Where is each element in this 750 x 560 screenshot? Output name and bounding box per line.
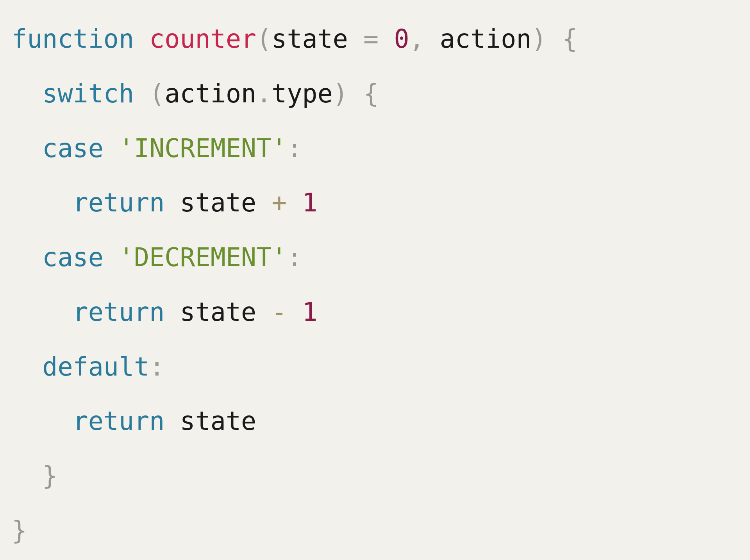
- code-line-1: function counter(state = 0, action) {: [12, 24, 577, 54]
- id-type: type: [271, 79, 333, 108]
- literal-one: 1: [302, 297, 318, 327]
- indent: [12, 461, 42, 490]
- keyword-function: function: [12, 24, 134, 54]
- string-decrement: 'DECREMENT': [119, 243, 287, 272]
- indent: [12, 297, 73, 327]
- brace-close: }: [12, 516, 27, 545]
- code-line-3: case 'INCREMENT':: [12, 134, 302, 163]
- paren-open: (: [256, 24, 271, 54]
- space: [104, 134, 119, 163]
- code-line-5: case 'DECREMENT':: [12, 243, 302, 272]
- keyword-default: default: [42, 352, 149, 381]
- keyword-case: case: [42, 243, 104, 272]
- colon: :: [149, 352, 164, 381]
- param-action: action: [440, 24, 532, 54]
- space: [134, 79, 149, 108]
- code-line-4: return state + 1: [12, 188, 318, 217]
- op-assign: =: [348, 24, 394, 54]
- space: [164, 406, 180, 436]
- param-state: state: [271, 24, 348, 54]
- literal-one: 1: [302, 188, 318, 217]
- colon: :: [287, 243, 302, 272]
- colon: :: [287, 134, 302, 163]
- indent: [12, 243, 42, 272]
- space: [547, 24, 562, 54]
- space: [348, 79, 363, 108]
- id-action: action: [164, 79, 256, 108]
- code-line-6: return state - 1: [12, 297, 318, 327]
- dot: .: [256, 79, 271, 108]
- indent: [12, 406, 73, 436]
- paren-open: (: [149, 79, 164, 108]
- keyword-return: return: [73, 297, 165, 327]
- paren-close: ): [333, 79, 348, 108]
- paren-close: ): [532, 24, 547, 54]
- brace-open: {: [562, 24, 577, 54]
- code-line-2: switch (action.type) {: [12, 79, 379, 108]
- code-block: function counter(state = 0, action) { sw…: [0, 0, 750, 560]
- id-state: state: [180, 188, 257, 217]
- op-minus: -: [256, 297, 302, 327]
- string-increment: 'INCREMENT': [119, 134, 287, 163]
- space: [164, 188, 180, 217]
- code-line-8: return state: [12, 406, 256, 436]
- keyword-return: return: [73, 188, 165, 217]
- function-name: counter: [149, 24, 256, 54]
- indent: [12, 188, 73, 217]
- indent: [12, 352, 42, 381]
- op-plus: +: [256, 188, 302, 217]
- keyword-return: return: [73, 406, 165, 436]
- keyword-switch: switch: [42, 79, 134, 108]
- code-line-7: default:: [12, 352, 164, 381]
- code-line-10: }: [12, 516, 27, 545]
- indent: [12, 134, 42, 163]
- space: [164, 297, 180, 327]
- brace-close: }: [42, 461, 57, 490]
- literal-zero: 0: [394, 24, 409, 54]
- comma: ,: [409, 24, 440, 54]
- id-state: state: [180, 406, 257, 436]
- id-state: state: [180, 297, 257, 327]
- brace-open: {: [363, 79, 379, 108]
- keyword-case: case: [42, 134, 104, 163]
- space: [104, 243, 119, 272]
- indent: [12, 79, 42, 108]
- code-line-9: }: [12, 461, 57, 490]
